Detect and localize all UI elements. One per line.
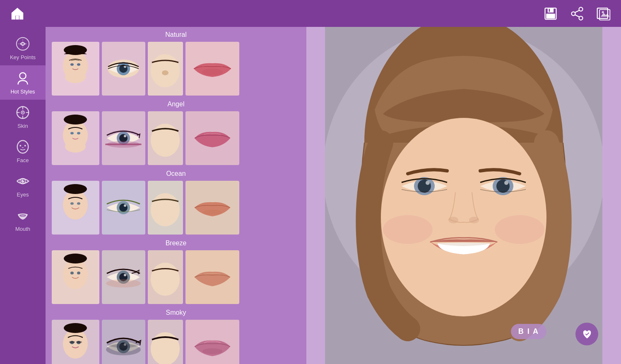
- svg-point-87: [151, 263, 180, 296]
- svg-point-111: [383, 215, 433, 244]
- svg-line-9: [575, 14, 580, 17]
- svg-point-115: [426, 181, 430, 185]
- svg-point-36: [77, 63, 80, 66]
- sidebar-item-mouth[interactable]: Mouth: [0, 203, 46, 237]
- style-breeze-label: Breeze: [52, 239, 300, 247]
- sidebar-skin-label: Skin: [17, 123, 28, 129]
- svg-point-79: [77, 272, 80, 275]
- svg-point-57: [124, 135, 126, 137]
- angel-eye-thumb[interactable]: [102, 111, 145, 165]
- svg-point-71: [124, 204, 126, 207]
- svg-point-5: [579, 7, 583, 11]
- natural-face-thumb[interactable]: [52, 42, 99, 96]
- style-angel-label: Angel: [52, 101, 300, 108]
- svg-point-34: [65, 71, 86, 83]
- svg-point-85: [106, 279, 141, 287]
- svg-point-105: [202, 348, 222, 354]
- sidebar-item-face[interactable]: Face: [0, 134, 46, 168]
- sidebar-face-label: Face: [17, 157, 29, 163]
- svg-point-66: [77, 202, 80, 205]
- photo-area: B I A: [306, 27, 621, 364]
- svg-point-20: [22, 112, 24, 113]
- breeze-lip-thumb[interactable]: [185, 250, 239, 304]
- style-smoky-label: Smoky: [52, 309, 300, 316]
- ocean-brow-thumb[interactable]: [148, 181, 183, 235]
- save-button[interactable]: [542, 5, 560, 23]
- home-button[interactable]: [8, 5, 26, 23]
- svg-point-65: [70, 202, 74, 205]
- sidebar-key-points-label: Key Points: [10, 54, 36, 60]
- style-row-smoky: Smoky: [52, 309, 300, 364]
- angel-face-thumb[interactable]: [52, 111, 99, 165]
- smoky-lip-thumb[interactable]: [185, 320, 239, 364]
- svg-point-64: [63, 190, 88, 220]
- svg-point-52: [77, 132, 80, 134]
- smoky-face-thumb[interactable]: [52, 320, 99, 364]
- svg-point-73: [151, 193, 180, 226]
- middle-panel: Natural: [46, 27, 306, 364]
- style-ocean-label: Ocean: [52, 170, 300, 177]
- share-button[interactable]: [568, 5, 586, 23]
- svg-point-90: [63, 329, 88, 359]
- svg-point-7: [572, 12, 575, 15]
- svg-point-101: [107, 340, 140, 348]
- breeze-eye-thumb[interactable]: [102, 250, 145, 304]
- sidebar-hot-styles-label: Hot Styles: [10, 89, 35, 95]
- style-ocean-images: [52, 181, 300, 235]
- style-row-angel: Angel: [52, 101, 300, 165]
- sidebar-item-key-points[interactable]: Key Points: [0, 31, 46, 65]
- photo-display: [325, 27, 602, 364]
- svg-point-67: [64, 184, 87, 194]
- style-smoky-images: [52, 320, 300, 364]
- right-panel: B I A: [306, 27, 621, 364]
- smoky-brow-thumb[interactable]: [148, 320, 183, 364]
- header: [0, 0, 621, 27]
- sidebar-item-skin[interactable]: Skin: [0, 100, 46, 134]
- breeze-face-thumb[interactable]: [52, 250, 99, 304]
- svg-point-78: [70, 272, 74, 275]
- svg-line-8: [575, 10, 580, 12]
- svg-point-120: [469, 217, 479, 223]
- svg-point-27: [24, 145, 26, 146]
- svg-rect-93: [69, 341, 75, 343]
- svg-point-25: [17, 141, 29, 153]
- gallery-button[interactable]: [595, 5, 613, 23]
- natural-eye-thumb[interactable]: [102, 42, 145, 96]
- ocean-eye-thumb[interactable]: [102, 181, 145, 235]
- svg-rect-3: [546, 14, 555, 19]
- angel-brow-thumb[interactable]: [148, 111, 183, 165]
- svg-point-95: [64, 323, 87, 333]
- svg-point-118: [504, 181, 508, 185]
- breeze-brow-thumb[interactable]: [148, 250, 183, 304]
- style-breeze-images: [52, 250, 300, 304]
- sidebar-eyes-label: Eyes: [17, 192, 29, 198]
- style-row-ocean: Ocean: [52, 170, 300, 235]
- svg-point-75: [203, 210, 221, 215]
- style-row-natural: Natural: [52, 31, 300, 96]
- style-angel-images: [52, 111, 300, 165]
- svg-point-26: [19, 145, 21, 146]
- header-left: [8, 5, 26, 23]
- svg-point-53: [64, 115, 87, 125]
- svg-point-47: [202, 69, 223, 75]
- sidebar-item-hot-styles[interactable]: Hot Styles: [0, 65, 46, 100]
- ocean-lip-thumb[interactable]: [185, 181, 239, 235]
- svg-point-80: [64, 254, 87, 263]
- svg-rect-0: [16, 15, 19, 19]
- svg-rect-94: [76, 341, 82, 343]
- sidebar-item-eyes[interactable]: Eyes: [0, 168, 46, 203]
- smoky-eye-thumb[interactable]: [102, 320, 145, 364]
- sidebar-mouth-label: Mouth: [15, 226, 30, 232]
- svg-point-119: [448, 217, 458, 223]
- bia-badge[interactable]: B I A: [511, 324, 546, 339]
- natural-lip-thumb[interactable]: [185, 42, 239, 96]
- svg-point-84: [124, 274, 126, 276]
- svg-point-12: [602, 11, 604, 13]
- sidebar: Key Points Hot Styles Skin: [0, 27, 46, 364]
- svg-point-17: [19, 73, 26, 79]
- natural-brow-thumb[interactable]: [148, 42, 183, 96]
- svg-point-51: [70, 132, 74, 134]
- angel-lip-thumb[interactable]: [185, 111, 239, 165]
- ocean-face-thumb[interactable]: [52, 181, 99, 235]
- heart-favorite-button[interactable]: [575, 323, 598, 345]
